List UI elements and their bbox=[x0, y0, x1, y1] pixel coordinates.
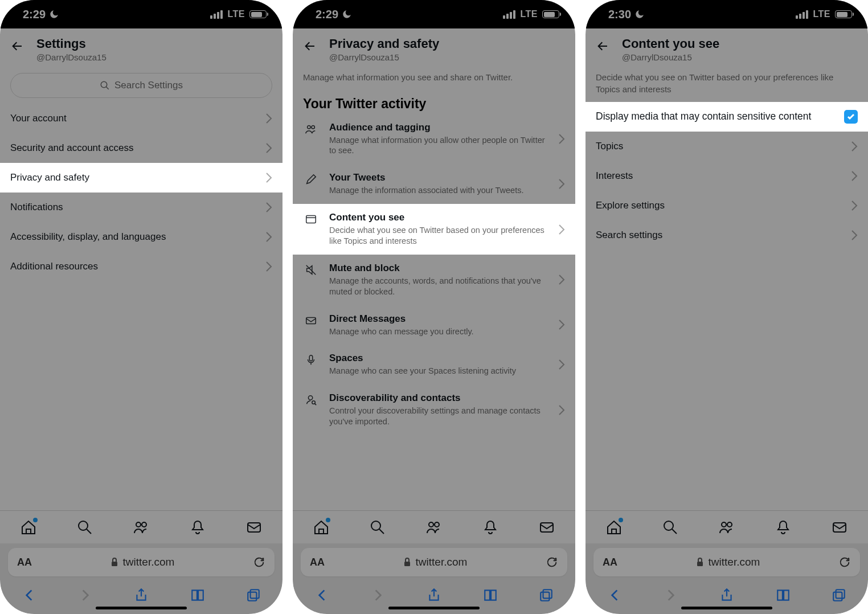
safari-back-button[interactable] bbox=[21, 587, 38, 604]
svg-line-1 bbox=[106, 87, 109, 90]
phone-content-you-see: 2:30 LTE Content you see @DarrylDsouza15 bbox=[586, 0, 868, 614]
item-security[interactable]: Security and account access bbox=[0, 133, 282, 163]
chevron-right-icon bbox=[265, 261, 272, 272]
safari-forward-button bbox=[370, 587, 387, 604]
home-indicator[interactable] bbox=[96, 607, 187, 609]
tab-mail-icon[interactable] bbox=[831, 519, 848, 536]
envelope-icon bbox=[303, 314, 319, 327]
dnd-moon-icon bbox=[49, 9, 59, 19]
tab-bell-icon[interactable] bbox=[482, 519, 499, 536]
item-explore-settings[interactable]: Explore settings bbox=[586, 191, 868, 220]
safari-aa-button[interactable]: AA bbox=[17, 556, 32, 568]
reload-icon[interactable] bbox=[546, 556, 558, 568]
tab-mail-icon[interactable] bbox=[538, 519, 555, 536]
safari-share-button[interactable] bbox=[133, 587, 150, 604]
back-icon[interactable] bbox=[596, 39, 609, 53]
user-handle: @DarrylDsouza15 bbox=[622, 52, 719, 62]
safari-aa-button[interactable]: AA bbox=[310, 556, 325, 568]
tab-search-icon[interactable] bbox=[662, 519, 679, 536]
item-accessibility[interactable]: Accessibility, display, and languages bbox=[0, 222, 282, 252]
home-indicator[interactable] bbox=[681, 607, 772, 609]
activity-list: Audience and taggingManage what informat… bbox=[293, 114, 575, 435]
item-your-tweets[interactable]: Your TweetsManage the information associ… bbox=[293, 164, 575, 204]
safari-bookmarks-button[interactable] bbox=[189, 587, 206, 604]
back-icon[interactable] bbox=[303, 39, 317, 53]
safari-back-button[interactable] bbox=[313, 587, 330, 604]
item-discoverability[interactable]: Discoverability and contactsControl your… bbox=[293, 384, 575, 435]
svg-line-29 bbox=[672, 529, 677, 534]
safari-tabs-button[interactable] bbox=[830, 587, 847, 604]
tab-home-icon[interactable] bbox=[313, 519, 330, 536]
search-input[interactable]: Search Settings bbox=[10, 73, 272, 98]
user-handle: @DarrylDsouza15 bbox=[329, 52, 439, 62]
svg-rect-26 bbox=[543, 590, 552, 598]
tab-bell-icon[interactable] bbox=[775, 519, 792, 536]
svg-rect-7 bbox=[112, 562, 117, 566]
tab-bell-icon[interactable] bbox=[189, 519, 206, 536]
tab-people-icon[interactable] bbox=[133, 519, 150, 536]
tab-people-icon[interactable] bbox=[718, 519, 735, 536]
checkbox-checked[interactable] bbox=[844, 110, 858, 124]
safari-address-bar[interactable]: AA twitter.com bbox=[593, 548, 860, 576]
tab-search-icon[interactable] bbox=[76, 519, 93, 536]
search-placeholder: Search Settings bbox=[114, 80, 183, 91]
mic-icon bbox=[303, 354, 319, 366]
twitter-tabbar bbox=[586, 510, 868, 543]
item-mute-block[interactable]: Mute and blockManage the accounts, words… bbox=[293, 255, 575, 305]
safari-aa-button[interactable]: AA bbox=[603, 556, 617, 568]
tab-people-icon[interactable] bbox=[425, 519, 443, 536]
item-audience-tagging[interactable]: Audience and taggingManage what informat… bbox=[293, 114, 575, 165]
safari-share-button[interactable] bbox=[718, 587, 735, 604]
dnd-moon-icon bbox=[634, 9, 645, 19]
people-icon bbox=[303, 123, 319, 136]
safari-forward-button bbox=[77, 587, 94, 604]
tab-home-icon[interactable] bbox=[20, 519, 37, 536]
chevron-right-icon bbox=[558, 274, 565, 285]
safari-back-button[interactable] bbox=[606, 587, 623, 604]
svg-rect-34 bbox=[836, 590, 845, 598]
tab-home-icon[interactable] bbox=[605, 519, 623, 536]
item-additional[interactable]: Additional resources bbox=[0, 252, 282, 281]
item-topics[interactable]: Topics bbox=[586, 132, 868, 161]
item-notifications[interactable]: Notifications bbox=[0, 193, 282, 222]
item-interests[interactable]: Interests bbox=[586, 161, 868, 191]
item-privacy-safety[interactable]: Privacy and safety bbox=[0, 163, 282, 193]
item-content-you-see[interactable]: Content you seeDecide what you see on Tw… bbox=[293, 204, 575, 255]
svg-rect-33 bbox=[697, 562, 703, 566]
battery-icon bbox=[542, 10, 559, 18]
safari-bookmarks-button[interactable] bbox=[775, 587, 792, 604]
toggle-sensitive-media[interactable]: Display media that may contain sensitive… bbox=[586, 102, 868, 132]
item-spaces[interactable]: SpacesManage who can see your Spaces lis… bbox=[293, 345, 575, 384]
network-label: LTE bbox=[227, 9, 245, 19]
svg-point-30 bbox=[722, 522, 726, 527]
page-title: Privacy and safety bbox=[329, 36, 439, 51]
svg-point-4 bbox=[136, 522, 141, 527]
item-search-settings[interactable]: Search settings bbox=[586, 220, 868, 250]
safari-address-bar[interactable]: AA twitter.com bbox=[8, 548, 275, 576]
twitter-tabbar bbox=[293, 510, 575, 543]
reload-icon[interactable] bbox=[253, 556, 265, 568]
tab-mail-icon[interactable] bbox=[245, 519, 263, 536]
safari-tabs-button[interactable] bbox=[538, 587, 555, 604]
safari-bookmarks-button[interactable] bbox=[482, 587, 499, 604]
status-bar: 2:29 LTE bbox=[0, 0, 282, 28]
twitter-tabbar bbox=[0, 510, 282, 543]
safari-share-button[interactable] bbox=[425, 587, 443, 604]
safari-address-bar[interactable]: AA twitter.com bbox=[301, 548, 567, 576]
reload-icon[interactable] bbox=[838, 556, 851, 568]
item-direct-messages[interactable]: Direct MessagesManage who can message yo… bbox=[293, 305, 575, 345]
tab-search-icon[interactable] bbox=[369, 519, 386, 536]
svg-rect-12 bbox=[306, 216, 316, 223]
svg-rect-9 bbox=[248, 592, 256, 601]
user-handle: @DarrylDsouza15 bbox=[36, 52, 107, 62]
chevron-right-icon bbox=[851, 200, 858, 211]
back-icon[interactable] bbox=[10, 39, 24, 53]
content-icon bbox=[303, 213, 319, 226]
item-your-account[interactable]: Your account bbox=[0, 104, 282, 133]
safari-tabs-button[interactable] bbox=[245, 587, 262, 604]
status-bar: 2:30 LTE bbox=[586, 0, 868, 28]
svg-point-5 bbox=[142, 522, 146, 527]
svg-point-17 bbox=[308, 396, 312, 400]
home-indicator[interactable] bbox=[388, 607, 480, 609]
svg-rect-15 bbox=[306, 317, 316, 324]
